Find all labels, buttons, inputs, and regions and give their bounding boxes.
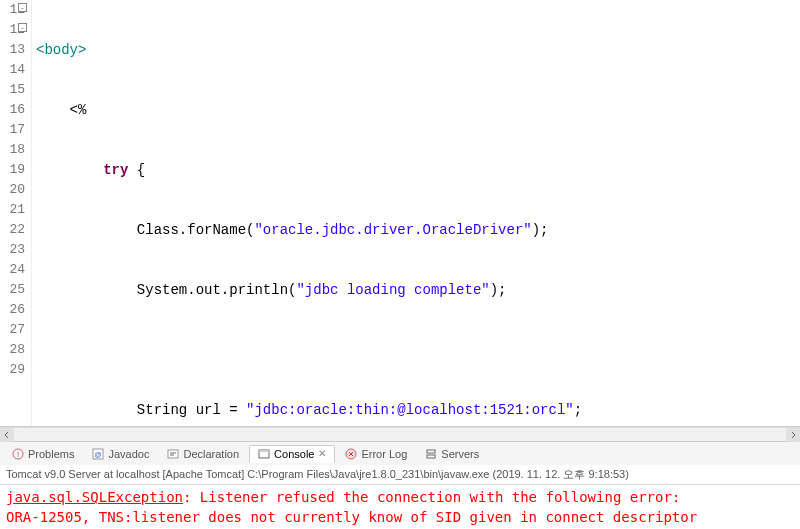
line-number: 27 [4,320,25,340]
code-area[interactable]: <body> <% try { Class.forName("oracle.jd… [32,0,800,426]
exception-link[interactable]: java.sql.SQLException [6,489,183,505]
svg-rect-8 [259,450,269,452]
tab-label: Console [274,448,314,460]
code-text: <% [70,102,87,118]
code-string: "oracle.jdbc.driver.OracleDriver" [254,222,531,238]
line-number: 12- [4,20,25,40]
code-text: { [128,162,145,178]
code-text: Class.forName( [137,222,255,238]
tab-javadoc[interactable]: @ Javadoc [84,446,157,462]
errorlog-icon [345,448,357,460]
line-number: 29 [4,360,25,380]
line-number: 14 [4,60,25,80]
tab-label: Servers [441,448,479,460]
scroll-left-button[interactable] [0,428,14,442]
fold-icon[interactable]: - [18,3,27,12]
console-header: Tomcat v9.0 Server at localhost [Apache … [0,465,800,485]
javadoc-icon: @ [92,448,104,460]
error-text: ORA-12505, TNS:listener does not current… [6,509,697,525]
code-text: <body> [36,42,86,58]
servers-icon [425,448,437,460]
tab-label: Problems [28,448,74,460]
svg-rect-12 [427,450,435,453]
line-number: 20 [4,180,25,200]
line-number: 15 [4,80,25,100]
line-number: 21 [4,200,25,220]
code-text: ); [532,222,549,238]
code-text: ); [490,282,507,298]
line-number: 23 [4,240,25,260]
fold-icon[interactable]: - [18,23,27,32]
code-keyword: try [103,162,128,178]
line-number: 19 [4,160,25,180]
tab-console[interactable]: Console ✕ [249,445,335,463]
svg-rect-4 [168,450,178,458]
line-gutter: 11- 12- 13 14 15 16 17 18 19 20 21 22 23… [0,0,32,426]
code-editor[interactable]: 11- 12- 13 14 15 16 17 18 19 20 21 22 23… [0,0,800,427]
tab-problems[interactable]: ! Problems [4,446,82,462]
svg-text:!: ! [17,450,19,459]
code-text: String url = [137,402,246,418]
line-number: 24 [4,260,25,280]
scroll-right-button[interactable] [786,428,800,442]
tab-error-log[interactable]: Error Log [337,446,415,462]
declaration-icon [167,448,179,460]
code-text: ; [574,402,582,418]
console-icon [258,448,270,460]
line-number: 26 [4,300,25,320]
views-tabbar: ! Problems @ Javadoc Declaration Console… [0,441,800,465]
svg-text:@: @ [95,451,102,458]
close-icon[interactable]: ✕ [318,448,326,459]
line-number: 22 [4,220,25,240]
line-number: 28 [4,340,25,360]
line-number: 13 [4,40,25,60]
tab-servers[interactable]: Servers [417,446,487,462]
code-text: System.out.println( [137,282,297,298]
tab-label: Javadoc [108,448,149,460]
line-number: 16 [4,100,25,120]
tab-declaration[interactable]: Declaration [159,446,247,462]
tab-label: Declaration [183,448,239,460]
svg-rect-13 [427,455,435,458]
error-text: : Listener refused the connection with t… [183,489,680,505]
console-output[interactable]: java.sql.SQLException: Listener refused … [0,485,800,529]
line-number: 25 [4,280,25,300]
line-number: 18 [4,140,25,160]
line-number: 11- [4,0,25,20]
line-number: 17 [4,120,25,140]
tab-label: Error Log [361,448,407,460]
code-string: "jdbc:oracle:thin:@localhost:1521:orcl" [246,402,574,418]
code-string: "jdbc loading complete" [296,282,489,298]
horizontal-scrollbar[interactable] [0,427,800,441]
problems-icon: ! [12,448,24,460]
